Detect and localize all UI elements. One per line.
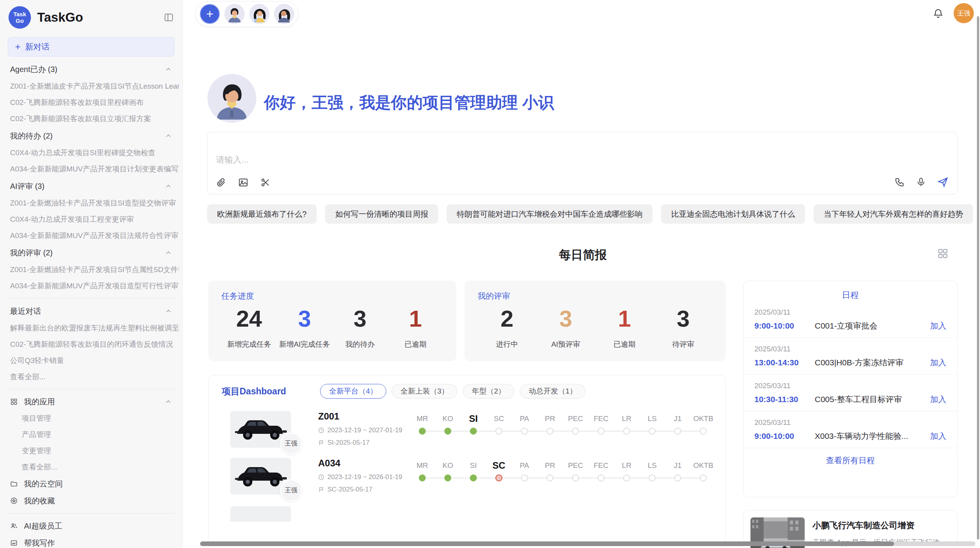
milestone-track: MR KO SI SC PA PR PEC FEC LR LS J1 OKTB xyxy=(409,412,716,437)
suggestion-chip[interactable]: 欧洲新规最近颁布了什么? xyxy=(207,204,317,224)
sidebar-item[interactable]: C02-飞腾新能源轻客改款项目立项汇报方案 xyxy=(3,111,179,127)
section-header-my-todo[interactable]: 我的待办 (2) xyxy=(3,127,179,145)
avatar-agent-1[interactable] xyxy=(224,4,245,24)
suggestion-chip[interactable]: 比亚迪全固态电池计划具体说了什么 xyxy=(661,204,805,224)
section-header-recent-chats[interactable]: 最近对话 xyxy=(3,302,179,320)
filter-powertrain[interactable]: 动总开发（1） xyxy=(520,384,586,399)
layout-grid-icon[interactable] xyxy=(937,248,949,259)
vertical-scrollbar[interactable] xyxy=(977,16,979,539)
suggestion-chip[interactable]: 特朗普可能对进口汽车增税会对中国车企造成哪些影响 xyxy=(447,204,653,224)
suggestion-chip[interactable]: 当下年轻人对汽车外观有怎样的喜好趋势 xyxy=(814,204,973,224)
project-current-node: SI-2025-05-17 xyxy=(327,439,370,447)
view-all-schedule-link[interactable]: 查看所有日程 xyxy=(744,448,957,474)
project-code: A034 xyxy=(318,458,409,469)
horizontal-scrollbar-thumb[interactable] xyxy=(200,541,894,546)
event-name: C005-整车工程目标评审 xyxy=(815,394,930,405)
avatar-agent-2[interactable] xyxy=(249,4,269,24)
filter-new-body[interactable]: 全新上装（3） xyxy=(392,384,458,399)
project-row-z001[interactable]: 王强 Z001 2023-12-19 ~ 2027-01-19 SI-2025-… xyxy=(209,401,725,448)
sidebar-collapse-icon[interactable] xyxy=(164,12,174,22)
sidebar-item-cloud-space[interactable]: 我的云空间 xyxy=(3,475,179,492)
filter-year-model[interactable]: 年型（2） xyxy=(463,384,514,399)
milestone-dot-pending xyxy=(623,474,630,481)
join-link[interactable]: 加入 xyxy=(930,394,946,405)
card-title: 任务进度 xyxy=(221,291,443,301)
apps-view-all[interactable]: 查看全部... xyxy=(3,459,179,475)
picture-pen-icon xyxy=(10,539,18,547)
event-time: 13:00-14:30 xyxy=(754,358,815,367)
schedule-event: 2025/03/11 9:00-10:00 C001-立项审批会 加入 xyxy=(744,301,957,338)
help-write-label: 帮我写作 xyxy=(24,538,55,548)
chevron-up-icon xyxy=(164,132,172,140)
daily-briefing-title: 每日简报 xyxy=(208,247,958,263)
milestone-dot-done xyxy=(444,428,451,435)
app-item-product-mgmt[interactable]: 产品管理 xyxy=(3,426,179,443)
milestone-dot-done xyxy=(470,474,477,481)
image-icon[interactable] xyxy=(238,177,248,188)
sidebar-item[interactable]: Z001-全新燃油轻卡产品开发项目SI造型提交物评审 xyxy=(3,195,179,211)
sidebar-item[interactable]: Z001-全新燃油轻卡产品开发项目SI节点属性5D文件评审 xyxy=(3,262,179,278)
milestone-dot-pending xyxy=(572,474,579,481)
join-link[interactable]: 加入 xyxy=(930,431,946,442)
favorites-label: 我的收藏 xyxy=(24,496,55,506)
composer-placeholder: 请输入... xyxy=(216,154,248,166)
cloud-space-label: 我的云空间 xyxy=(24,479,63,489)
sidebar-item[interactable]: C0X4-动力总成开发项目SI里程碑提交物检查 xyxy=(3,145,179,161)
my-review-card: 我的评审 2 进行中 3 AI预评审 1 已逾期 3 待评审 xyxy=(464,281,726,361)
project-row-a034[interactable]: 王强 A034 2023-12-19 ~ 2026-01-19 SC-2025-… xyxy=(209,448,725,495)
avatar-agent-3[interactable] xyxy=(274,4,294,24)
sidebar-item[interactable]: Z001-全新燃油皮卡产品开发项目SI节点Lesson Learn报告 xyxy=(3,78,179,94)
milestone-dot-pending xyxy=(700,474,707,481)
event-time: 9:00-10:00 xyxy=(754,321,815,331)
sidebar-item-favorites[interactable]: 我的收藏 xyxy=(3,492,179,509)
greeting-text: 你好，王强，我是你的项目管理助理 小识 xyxy=(264,92,554,113)
milestone-dot-done xyxy=(444,474,451,481)
new-chat-button[interactable]: + 新对话 xyxy=(8,37,175,57)
notification-bell-icon[interactable] xyxy=(933,8,944,19)
project-dashboard-card: 项目Dashboard 全新平台（4） 全新上装（3） 年型（2） 动总开发（1… xyxy=(208,375,726,548)
paperclip-icon[interactable] xyxy=(216,177,226,188)
milestone-dot-pending xyxy=(700,428,707,435)
section-title: 我的待办 (2) xyxy=(10,131,53,141)
sidebar-item[interactable]: A034-全新新能源MUV产品开发项目造型可行性评审 xyxy=(3,278,179,294)
assistant-avatar xyxy=(207,74,256,123)
scissors-icon[interactable] xyxy=(260,177,271,188)
divider xyxy=(8,513,175,514)
message-composer[interactable]: 请输入... xyxy=(207,132,958,194)
sidebar-item[interactable]: C0X4-动力总成开发项目工程变更评审 xyxy=(3,211,179,228)
news-title: 小鹏飞行汽车制造公司增资 xyxy=(812,520,950,531)
section-header-my-review[interactable]: 我的评审 (2) xyxy=(3,244,179,262)
user-avatar[interactable]: 王强 xyxy=(954,3,974,23)
sidebar-item-ai-super-staff[interactable]: AI超级员工 xyxy=(3,517,179,534)
suggestion-chip[interactable]: 如何写一份清晰的项目周报 xyxy=(325,204,438,224)
recent-chat-item[interactable]: C02-飞腾新能源轻客改款项目的闭环通告反馈情况 xyxy=(3,336,179,353)
section-title: Agent已办 (3) xyxy=(10,64,57,75)
sidebar-item-help-write[interactable]: 帮我写作 xyxy=(3,534,179,548)
sidebar-header: Task Go TaskGo xyxy=(0,0,182,32)
event-date: 2025/03/11 xyxy=(754,345,946,353)
recent-chat-item[interactable]: 解释最新出台的欧盟报废车法规再生塑料比例被调至15%... xyxy=(3,320,179,336)
recent-chat-item[interactable]: 公司Q3轻卡销量 xyxy=(3,353,179,369)
section-header-ai-review[interactable]: AI评审 (3) xyxy=(3,177,179,195)
filter-all-new-platform[interactable]: 全新平台（4） xyxy=(320,384,386,399)
join-link[interactable]: 加入 xyxy=(930,320,946,331)
phone-icon[interactable] xyxy=(894,177,905,187)
sidebar-item[interactable]: C02-飞腾新能源轻客改款项目里程碑画布 xyxy=(3,94,179,111)
project-owner-avatar: 王强 xyxy=(280,479,302,502)
plus-icon: + xyxy=(15,41,21,52)
milestone-dot-done xyxy=(419,474,426,481)
sidebar-item-my-apps[interactable]: 我的应用 xyxy=(3,393,179,410)
section-title: 最近对话 xyxy=(10,306,41,317)
app-item-project-mgmt[interactable]: 项目管理 xyxy=(3,410,179,426)
send-icon[interactable] xyxy=(937,176,949,188)
recent-view-all[interactable]: 查看全部... xyxy=(3,369,179,385)
section-header-agent-done[interactable]: Agent已办 (3) xyxy=(3,60,179,78)
app-item-change-mgmt[interactable]: 变更管理 xyxy=(3,443,179,459)
join-link[interactable]: 加入 xyxy=(930,357,946,368)
sidebar-item[interactable]: A034-全新新能源MUV产品开发项目法规符合性评审 xyxy=(3,228,179,244)
suggestion-chips: 欧洲新规最近颁布了什么? 如何写一份清晰的项目周报 特朗普可能对进口汽车增税会对… xyxy=(207,204,958,224)
add-agent-button[interactable]: + xyxy=(200,4,220,24)
horizontal-scrollbar-track[interactable] xyxy=(200,541,975,546)
sidebar-item[interactable]: A034-全新新能源MUV产品开发项目计划变更表编写 xyxy=(3,161,179,177)
microphone-icon[interactable] xyxy=(916,177,926,187)
